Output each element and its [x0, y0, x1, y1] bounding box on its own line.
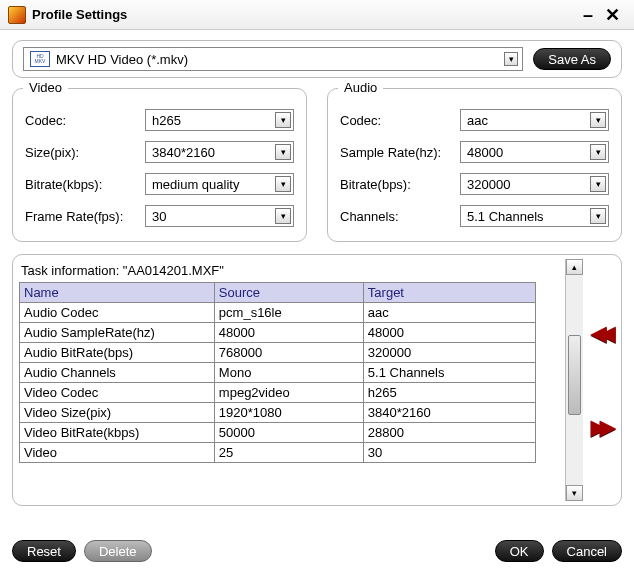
- video-size-label: Size(pix):: [25, 145, 145, 160]
- video-codec-select[interactable]: h265 ▾: [145, 109, 294, 131]
- profile-format-select[interactable]: HD MKV MKV HD Video (*.mkv) ▾: [23, 47, 523, 71]
- video-bitrate-label: Bitrate(kbps):: [25, 177, 145, 192]
- scroll-down-icon[interactable]: ▾: [566, 485, 583, 501]
- delete-button[interactable]: Delete: [84, 540, 152, 562]
- table-row: Audio BitRate(bps)768000320000: [20, 343, 536, 363]
- audio-rate-label: Sample Rate(hz):: [340, 145, 460, 160]
- audio-codec-label: Codec:: [340, 113, 460, 128]
- chevron-down-icon: ▾: [590, 176, 606, 192]
- chevron-down-icon: ▾: [590, 112, 606, 128]
- col-name: Name: [20, 283, 215, 303]
- table-row: Audio ChannelsMono5.1 Channels: [20, 363, 536, 383]
- table-row: Audio SampleRate(hz)4800048000: [20, 323, 536, 343]
- cancel-button[interactable]: Cancel: [552, 540, 622, 562]
- audio-legend: Audio: [338, 80, 383, 95]
- task-info-table: Name Source Target Audio Codecpcm_s16lea…: [19, 282, 536, 463]
- task-caption: Task information: "AA014201.MXF": [19, 261, 563, 282]
- chevron-down-icon: ▾: [275, 144, 291, 160]
- video-size-select[interactable]: 3840*2160 ▾: [145, 141, 294, 163]
- table-row: Video Codecmpeg2videoh265: [20, 383, 536, 403]
- chevron-down-icon: ▾: [590, 144, 606, 160]
- audio-bitrate-select[interactable]: 320000 ▾: [460, 173, 609, 195]
- col-target: Target: [363, 283, 535, 303]
- audio-codec-select[interactable]: aac ▾: [460, 109, 609, 131]
- profile-format-value: MKV HD Video (*.mkv): [56, 52, 188, 67]
- vertical-scrollbar[interactable]: ▴ ▾: [565, 259, 583, 501]
- audio-rate-select[interactable]: 48000 ▾: [460, 141, 609, 163]
- profile-row: HD MKV MKV HD Video (*.mkv) ▾ Save As: [12, 40, 622, 78]
- close-button[interactable]: ✕: [599, 6, 626, 24]
- reset-button[interactable]: Reset: [12, 540, 76, 562]
- chevron-down-icon: ▾: [504, 52, 518, 66]
- video-fps-select[interactable]: 30 ▾: [145, 205, 294, 227]
- table-row: Audio Codecpcm_s16leaac: [20, 303, 536, 323]
- chevron-down-icon: ▾: [275, 112, 291, 128]
- scroll-up-icon[interactable]: ▴: [566, 259, 583, 275]
- table-row: Video2530: [20, 443, 536, 463]
- window-title: Profile Settings: [32, 7, 577, 22]
- next-task-button[interactable]: ▶▶: [591, 415, 609, 439]
- save-as-button[interactable]: Save As: [533, 48, 611, 70]
- col-source: Source: [214, 283, 363, 303]
- video-group: Video Codec: h265 ▾ Size(pix): 3840*2160…: [12, 88, 307, 242]
- video-codec-label: Codec:: [25, 113, 145, 128]
- audio-channels-label: Channels:: [340, 209, 460, 224]
- task-info-panel: Task information: "AA014201.MXF" Name So…: [12, 254, 622, 506]
- app-icon: [8, 6, 26, 24]
- ok-button[interactable]: OK: [495, 540, 544, 562]
- video-bitrate-select[interactable]: medium quality ▾: [145, 173, 294, 195]
- table-row: Video BitRate(kbps)5000028800: [20, 423, 536, 443]
- audio-channels-select[interactable]: 5.1 Channels ▾: [460, 205, 609, 227]
- minimize-button[interactable]: –: [577, 6, 599, 24]
- video-legend: Video: [23, 80, 68, 95]
- chevron-down-icon: ▾: [590, 208, 606, 224]
- scroll-track[interactable]: [566, 275, 583, 485]
- prev-task-button[interactable]: ◀◀: [591, 321, 609, 345]
- video-fps-label: Frame Rate(fps):: [25, 209, 145, 224]
- chevron-down-icon: ▾: [275, 208, 291, 224]
- table-row: Video Size(pix)1920*10803840*2160: [20, 403, 536, 423]
- titlebar: Profile Settings – ✕: [0, 0, 634, 30]
- scroll-thumb[interactable]: [568, 335, 581, 415]
- format-icon: HD MKV: [30, 51, 50, 67]
- chevron-down-icon: ▾: [275, 176, 291, 192]
- audio-group: Audio Codec: aac ▾ Sample Rate(hz): 4800…: [327, 88, 622, 242]
- audio-bitrate-label: Bitrate(bps):: [340, 177, 460, 192]
- footer: Reset Delete OK Cancel: [12, 540, 622, 562]
